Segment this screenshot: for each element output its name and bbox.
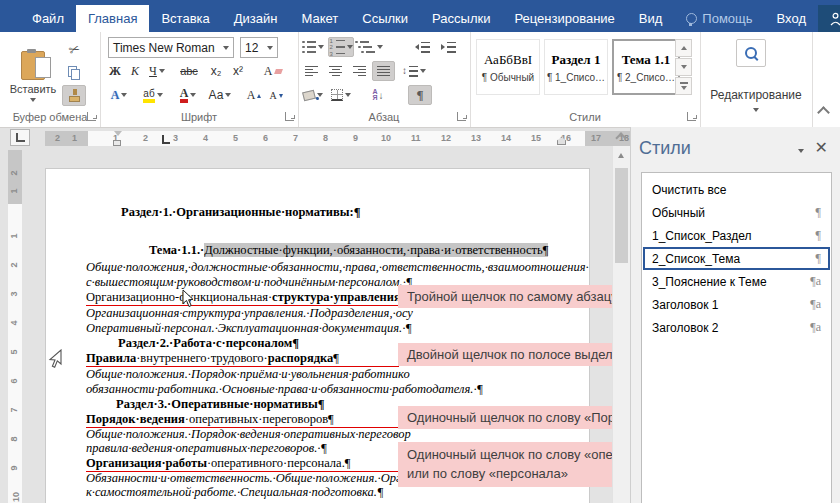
numbering-caret[interactable]	[347, 45, 353, 49]
highlight-caret[interactable]	[157, 93, 163, 97]
align-center-button[interactable]	[324, 61, 347, 81]
line-spacing-button[interactable]: ↕	[400, 61, 428, 81]
ruler-number: 4	[9, 320, 19, 325]
ruler-number: 3	[9, 291, 19, 296]
subscript-button[interactable]: x₂	[206, 61, 226, 81]
align-left-button[interactable]	[300, 61, 323, 81]
bold-button[interactable]: Ж	[106, 61, 124, 81]
clear-formatting-button[interactable]: А	[260, 61, 286, 81]
scrollbar-thumb[interactable]	[615, 168, 628, 263]
superscript-button[interactable]: x²	[228, 61, 248, 81]
hanging-indent-marker[interactable]	[113, 140, 121, 146]
ruler-number: 10	[11, 492, 21, 502]
cut-button[interactable]: ✂	[62, 39, 86, 60]
underline-button[interactable]: Ч	[144, 61, 170, 81]
doc-paragraph-line: Обязанности·и·ответственность.·Общие·пол…	[86, 471, 413, 486]
paste-dropdown-caret[interactable]	[30, 98, 36, 102]
format-painter-button[interactable]	[62, 85, 86, 106]
scroll-up-arrow-icon[interactable]	[618, 153, 624, 158]
font-color-caret[interactable]	[190, 93, 196, 97]
tab-view[interactable]: Вид	[627, 5, 675, 32]
doc-paragraph-line: правила·ведения·оперативных·переговоров.…	[86, 441, 327, 456]
italic-button[interactable]: К	[126, 61, 144, 81]
styles-pane-menu-caret[interactable]	[798, 149, 804, 153]
style-item-normal[interactable]: Обычный¶	[643, 201, 830, 224]
vertical-scrollbar[interactable]	[612, 146, 630, 503]
style-item-heading2[interactable]: Заголовок 2¶a	[643, 316, 830, 339]
collapse-ribbon-chevron-icon[interactable]	[817, 106, 830, 119]
paragraph-dialog-launcher[interactable]	[457, 112, 466, 121]
style-item-list-razdel[interactable]: 1_Список_Раздел¶	[643, 224, 830, 247]
numbering-button[interactable]	[328, 37, 354, 57]
text-effects-caret[interactable]	[121, 93, 127, 97]
styles-pane-close-icon[interactable]: ✕	[815, 140, 828, 156]
doc-paragraph-line: обязанности·работника.·Основные·права·и·…	[86, 382, 483, 397]
change-case-button[interactable]: Аа	[206, 85, 234, 105]
sort-button[interactable]: ↓	[366, 85, 390, 105]
style-item-clear-all[interactable]: Очистить все	[643, 178, 830, 201]
tab-file[interactable]: Файл	[20, 5, 76, 32]
styles-dialog-launcher[interactable]	[687, 112, 696, 121]
shrink-font-button[interactable]: А	[266, 85, 286, 105]
style-card-razdel[interactable]: Раздел 1 ¶ 1_Списо…	[544, 39, 608, 95]
clipboard-dialog-launcher[interactable]	[87, 112, 96, 121]
increase-indent-button[interactable]	[436, 37, 460, 57]
shading-button[interactable]	[300, 85, 326, 105]
font-size-caret[interactable]	[267, 46, 273, 50]
underline-caret[interactable]	[159, 69, 165, 73]
style-item-heading1[interactable]: Заголовок 1¶a	[643, 293, 830, 316]
text-effects-button[interactable]: А	[106, 85, 132, 105]
style-item-poyasnenie[interactable]: 3_Пояснение к Теме¶a	[643, 270, 830, 293]
ruler-number: 1	[9, 188, 19, 193]
styles-gallery-scroll-up[interactable]	[675, 39, 692, 57]
tab-mailings[interactable]: Рассылки	[420, 5, 502, 32]
font-dialog-launcher[interactable]	[285, 112, 294, 121]
tab-home[interactable]: Главная	[76, 5, 149, 32]
font-color-button[interactable]: А	[174, 85, 202, 105]
tab-insert[interactable]: Вставка	[149, 5, 221, 32]
first-line-indent-marker[interactable]	[114, 131, 122, 136]
style-item-list-tema-selected[interactable]: 2_Список_Тема¶	[643, 247, 830, 270]
multilevel-caret[interactable]	[377, 45, 383, 49]
copy-button[interactable]	[62, 62, 86, 83]
change-case-caret[interactable]	[225, 93, 231, 97]
paste-button[interactable]: Вставить	[10, 37, 56, 113]
strikethrough-button[interactable]: abc	[176, 61, 202, 81]
line-spacing-caret[interactable]	[420, 69, 426, 73]
borders-button[interactable]	[328, 85, 354, 105]
multilevel-list-button[interactable]	[356, 37, 382, 57]
tab-stop-marker[interactable]	[162, 135, 170, 144]
tab-references[interactable]: Ссылки	[350, 5, 420, 32]
tab-layout[interactable]: Макет	[289, 5, 350, 32]
font-family-combo[interactable]: Times New Roman	[108, 37, 234, 58]
sign-in-button[interactable]: Вход	[765, 5, 818, 32]
justify-button[interactable]	[372, 61, 395, 81]
show-formatting-marks-button[interactable]: ¶	[408, 85, 432, 105]
tab-tell-me[interactable]: Помощь	[674, 5, 764, 32]
doc-paragraph-line: к·самостоятельной·работе.·Специальная·по…	[86, 485, 383, 500]
share-button[interactable]: Общий доступ	[818, 5, 840, 32]
find-button[interactable]	[736, 39, 766, 67]
font-family-caret[interactable]	[223, 46, 229, 50]
grow-font-button[interactable]: А	[244, 85, 264, 105]
decrease-indent-button[interactable]	[410, 37, 434, 57]
style-card-normal[interactable]: АаБбВвI ¶ Обычный	[476, 39, 540, 95]
highlight-color-button[interactable]: аб	[138, 85, 168, 105]
borders-caret[interactable]	[345, 93, 351, 97]
styles-gallery-scroll-down[interactable]	[675, 58, 692, 76]
editing-group-label: Редактирование	[700, 88, 812, 102]
editing-dropdown-caret[interactable]	[753, 108, 759, 112]
styles-gallery-more-button[interactable]	[675, 77, 692, 95]
doc-underlined-heading: Организационно-функциональная·структура·…	[86, 290, 411, 305]
bullets-button[interactable]	[300, 37, 326, 57]
tab-stop-selector[interactable]	[10, 129, 30, 146]
bullets-caret[interactable]	[318, 45, 324, 49]
font-size-combo[interactable]: 12	[240, 37, 278, 58]
scrollbar-top-button[interactable]	[613, 129, 628, 144]
style-card-tema-selected[interactable]: Тема 1.1 ¶ 2_Списо…	[612, 39, 680, 95]
tab-review[interactable]: Рецензирование	[502, 5, 626, 32]
vertical-ruler: 2 1 1 2 3 4 5 6 7 8 9 10	[8, 150, 22, 503]
ruler-number: 9	[353, 133, 358, 143]
align-right-button[interactable]	[348, 61, 371, 81]
tab-design[interactable]: Дизайн	[222, 5, 290, 32]
